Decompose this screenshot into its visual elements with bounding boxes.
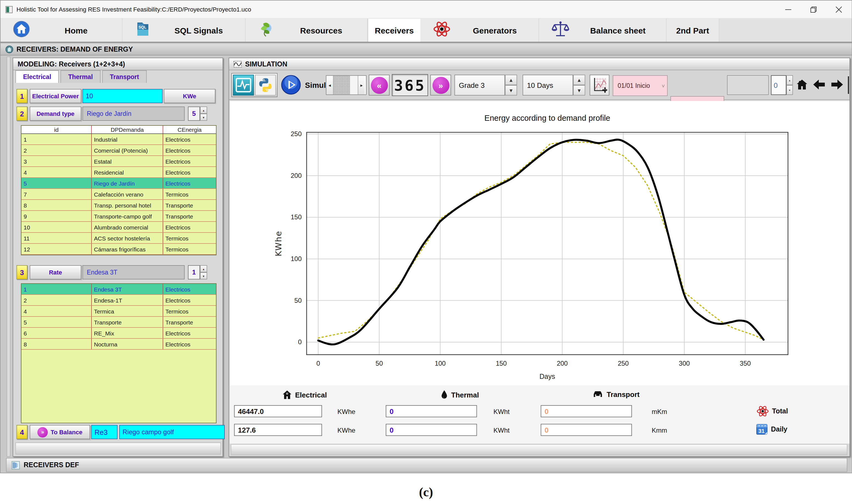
python-button[interactable] bbox=[255, 75, 276, 95]
demand-spinner-up-icon[interactable]: ▲ bbox=[200, 107, 207, 114]
cell-name: Comercial (Potencia) bbox=[92, 145, 163, 155]
start-date-combo[interactable]: 01/01 Inicio ˅ bbox=[613, 75, 668, 96]
rate-field[interactable]: Endesa 3T bbox=[83, 265, 185, 280]
electrical-daily-field[interactable]: 127.6 bbox=[234, 424, 322, 436]
rate-table-row[interactable]: 2 Endesa-1T Electricos bbox=[21, 295, 216, 306]
energy-demand-chart[interactable]: 050100150200250300350050100150200250Ener… bbox=[230, 101, 850, 385]
demand-table-row[interactable]: 9 Transporte-campo golf Transporte bbox=[21, 211, 216, 222]
rate-table-row[interactable]: 5 Transporte Transporte bbox=[21, 317, 216, 328]
rate-table-row[interactable]: 1 Endesa 3T Electricos bbox=[21, 284, 216, 295]
demand-table-row[interactable]: 2 Comercial (Potencia) Electricos bbox=[21, 145, 216, 156]
interval-up-icon[interactable]: ▲ bbox=[573, 75, 585, 85]
counter-spinner: ▴ ▾ bbox=[786, 75, 793, 95]
transport-total-field[interactable]: 0 bbox=[541, 405, 632, 417]
grade-up-icon[interactable]: ▲ bbox=[505, 75, 517, 85]
demand-table-row[interactable]: 1 Industrial Electricos bbox=[21, 134, 216, 145]
rate-spinner-up-icon[interactable]: ▲ bbox=[200, 265, 207, 272]
electrical-power-button[interactable]: Electrical Power bbox=[30, 89, 81, 103]
demand-table-row[interactable]: 5 Riego de Jardín Electricos bbox=[21, 178, 216, 189]
nav-tab-sql-signals[interactable]: SQL SQL Signals bbox=[123, 19, 246, 42]
demand-table-row[interactable]: 4 Residencial Electricos bbox=[21, 167, 216, 178]
waveform-monitor-button[interactable] bbox=[233, 75, 254, 95]
nav-tab-receivers[interactable]: Receivers bbox=[368, 19, 420, 42]
thermal-daily-field[interactable]: 0 bbox=[386, 424, 477, 436]
modeling-bottom-scrollbar[interactable] bbox=[15, 443, 221, 455]
aux-field[interactable] bbox=[727, 75, 769, 95]
interval-down-icon[interactable]: ▼ bbox=[573, 85, 585, 95]
nav-tab-generators[interactable]: Generators bbox=[420, 19, 539, 42]
nav-tab-resources[interactable]: Resources bbox=[246, 19, 368, 42]
cell-name: Nocturna bbox=[92, 339, 163, 349]
counter-down-icon[interactable]: ▾ bbox=[786, 85, 793, 95]
cell-id: 12 bbox=[21, 244, 92, 254]
receivers-def-bar[interactable]: RECEIVERS DEF bbox=[6, 458, 847, 472]
thermal-summary-header: Thermal bbox=[441, 390, 479, 400]
electrical-total-field[interactable]: 46447.0 bbox=[234, 405, 322, 417]
rate-table-row[interactable]: 8 Nocturna Electricos bbox=[21, 339, 216, 350]
svg-text:Days: Days bbox=[540, 373, 555, 380]
nav-tab-home[interactable]: Home bbox=[1, 19, 123, 42]
nav-tab-2nd-part[interactable]: 2nd Part bbox=[666, 19, 719, 42]
tab-thermal[interactable]: Thermal bbox=[60, 70, 101, 83]
next-period-button[interactable]: » bbox=[430, 75, 451, 95]
demand-table-row[interactable]: 12 Cámaras frigoríficas Termicos bbox=[21, 244, 216, 255]
svg-text:100: 100 bbox=[291, 255, 302, 263]
demand-type-field[interactable]: Riego de Jardín bbox=[83, 107, 185, 121]
scrollbar-left-icon[interactable]: ◄ bbox=[326, 76, 333, 94]
plot-tool-button[interactable] bbox=[590, 75, 609, 95]
main-nav: Home SQL SQL Signals Resources Receivers… bbox=[1, 19, 851, 43]
nav-filler bbox=[719, 19, 851, 42]
receivers-def-icon bbox=[12, 461, 20, 469]
kwe-unit-button[interactable]: KWe bbox=[164, 89, 215, 103]
window-title: Holistic Tool for Assessing RES Investme… bbox=[17, 6, 251, 13]
forward-arrow-button[interactable] bbox=[830, 79, 844, 92]
counter-field[interactable]: 0 bbox=[771, 75, 786, 95]
electrical-power-input[interactable]: 10 bbox=[83, 89, 163, 103]
grade-down-icon[interactable]: ▼ bbox=[505, 85, 517, 95]
interval-field[interactable]: 10 Days bbox=[523, 75, 573, 95]
demand-spinner-value[interactable]: 5 bbox=[188, 107, 200, 121]
tab-electrical[interactable]: Electrical bbox=[15, 70, 59, 83]
prev-period-button[interactable]: « bbox=[369, 75, 389, 95]
cell-id: 4 bbox=[21, 306, 92, 316]
balance-ref-field[interactable]: Re3 bbox=[91, 425, 118, 439]
nav-tab-balance-sheet[interactable]: Balance sheet bbox=[539, 19, 666, 42]
scrollbar-track[interactable] bbox=[333, 76, 350, 94]
rate-table-row[interactable]: 4 Termica Termicos bbox=[21, 306, 216, 317]
transport-daily-unit: Kmm bbox=[652, 427, 667, 434]
balance-name-field[interactable]: Riego campo golf bbox=[119, 425, 225, 439]
to-balance-button[interactable]: » To Balance bbox=[30, 425, 90, 439]
left-scrollbar[interactable] bbox=[6, 57, 11, 457]
simulation-bottom-scrollbar[interactable] bbox=[231, 444, 847, 455]
restore-button[interactable] bbox=[801, 1, 826, 19]
demand-spinner-down-icon[interactable]: ▼ bbox=[200, 114, 207, 121]
rate-button[interactable]: Rate bbox=[30, 265, 81, 280]
transport-daily-field[interactable]: 0 bbox=[541, 424, 632, 436]
demand-table-row[interactable]: 3 Estatal Electricos bbox=[21, 156, 216, 167]
back-arrow-icon bbox=[813, 79, 826, 90]
chart-home-button[interactable] bbox=[796, 79, 808, 92]
close-button[interactable] bbox=[826, 1, 851, 19]
demand-table-row[interactable]: 8 Transp. personal hotel Transporte bbox=[21, 200, 216, 211]
demand-table-row[interactable]: 10 Alumbrado comercial Electricos bbox=[21, 222, 216, 233]
simulation-panel: SIMULATION Simul ◄ ► « bbox=[229, 58, 850, 457]
counter-up-icon[interactable]: ▴ bbox=[786, 75, 793, 85]
rate-table-row[interactable]: 6 RE_Mix Electricos bbox=[21, 328, 216, 339]
back-arrow-button[interactable] bbox=[813, 79, 826, 92]
demand-table-row[interactable]: 7 Calefacción verano Termicos bbox=[21, 189, 216, 200]
thermal-total-field[interactable]: 0 bbox=[386, 405, 477, 417]
rate-table-empty-area bbox=[21, 350, 216, 423]
rate-spinner-value[interactable]: 1 bbox=[188, 265, 200, 280]
minimize-button[interactable] bbox=[776, 1, 801, 19]
scrollbar-right-icon[interactable]: ► bbox=[358, 76, 365, 94]
demand-table-row[interactable]: 11 ACS sector hostelería Termicos bbox=[21, 233, 216, 244]
simulate-button[interactable] bbox=[281, 75, 301, 97]
section-title: RECEIVERS: DEMAND OF ENERGY bbox=[17, 46, 133, 53]
rate-spinner-down-icon[interactable]: ▼ bbox=[200, 272, 207, 280]
tab-transport[interactable]: Transport bbox=[102, 70, 147, 83]
demand-type-button[interactable]: Demand type bbox=[30, 107, 81, 121]
toolbar-scrollbar[interactable]: ◄ ► bbox=[326, 75, 366, 95]
grade-field[interactable]: Grade 3 bbox=[454, 75, 505, 95]
transport-summary-header: Transport bbox=[592, 390, 640, 399]
cell-name: Calefacción verano bbox=[92, 189, 163, 199]
